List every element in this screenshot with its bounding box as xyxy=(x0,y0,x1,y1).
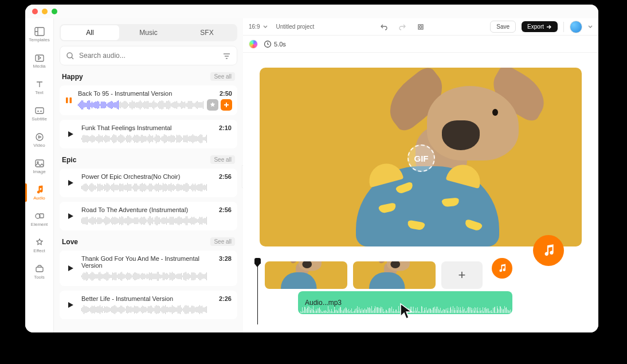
audio-track[interactable]: Better Life - Instrumental Version2:26 xyxy=(60,291,237,319)
sidebar-label: Audio xyxy=(33,195,45,201)
sidebar-label: Templates xyxy=(29,37,49,42)
filter-icon[interactable] xyxy=(222,52,231,60)
duration-control[interactable]: 5.0s xyxy=(264,40,286,48)
element-icon xyxy=(34,211,45,221)
add-clip-button[interactable]: + xyxy=(441,261,483,289)
sidebar-label: Media xyxy=(33,64,46,69)
sidebar: Templates Media Text Subtitle Video Imag… xyxy=(25,18,54,332)
app-window: Templates Media Text Subtitle Video Imag… xyxy=(25,5,598,332)
preview-image xyxy=(293,86,516,246)
waveform xyxy=(81,271,232,281)
sidebar-label: Text xyxy=(35,90,44,95)
sidebar-label: Video xyxy=(33,143,45,148)
top-toolbar: 16:9 Untitled project Save Export xyxy=(243,18,598,36)
sidebar-item-image[interactable]: Image xyxy=(25,154,54,179)
export-button[interactable]: Export xyxy=(522,21,558,32)
waveform xyxy=(81,134,232,144)
add-button[interactable] xyxy=(221,99,232,111)
svg-rect-12 xyxy=(418,25,423,29)
redo-button[interactable] xyxy=(396,21,409,33)
waveform xyxy=(81,304,232,315)
window-close-icon[interactable] xyxy=(32,9,38,14)
music-badge-icon xyxy=(533,235,564,266)
undo-button[interactable] xyxy=(378,21,390,33)
video-preview: GIF xyxy=(260,68,582,246)
tab-music[interactable]: Music xyxy=(119,25,178,40)
save-button[interactable]: Save xyxy=(490,21,516,33)
audio-track[interactable]: Road To The Adventure (Instrumental)2:56 xyxy=(60,202,237,230)
svg-rect-10 xyxy=(66,97,68,103)
track-title: Back To 95 - Instrumental Version xyxy=(78,90,172,97)
sidebar-item-text[interactable]: Text xyxy=(25,75,54,100)
video-icon xyxy=(34,132,45,142)
window-minimize-icon[interactable] xyxy=(42,9,48,14)
user-avatar[interactable] xyxy=(570,21,582,33)
tab-sfx[interactable]: SFX xyxy=(178,25,236,40)
track-title: Road To The Adventure (Instrumental) xyxy=(81,206,188,213)
track-duration: 2:10 xyxy=(219,124,232,131)
tools-icon xyxy=(34,264,45,274)
track-title: Funk That Feelings Instrumental xyxy=(81,124,172,131)
canvas-area: 16:9 Untitled project Save Export xyxy=(243,18,598,332)
play-button[interactable] xyxy=(65,263,76,273)
play-button[interactable] xyxy=(65,211,76,221)
svg-rect-2 xyxy=(36,108,44,113)
audio-track[interactable]: Power Of Epic Orchestra(No Choir)2:56 xyxy=(60,169,237,197)
image-icon xyxy=(34,158,45,169)
favorite-button[interactable] xyxy=(207,99,218,111)
track-duration: 2:50 xyxy=(220,90,232,97)
sidebar-item-templates[interactable]: Templates xyxy=(25,22,54,47)
panel-collapse-button[interactable] xyxy=(242,165,243,188)
play-button[interactable] xyxy=(65,129,76,139)
category-title: Love xyxy=(62,238,78,246)
audio-track[interactable]: Funk That Feelings Instrumental2:10 xyxy=(60,120,237,148)
video-clip[interactable] xyxy=(353,261,436,289)
project-title[interactable]: Untitled project xyxy=(276,24,314,30)
color-swatch[interactable] xyxy=(249,40,258,49)
see-all-button[interactable]: See all xyxy=(210,237,235,246)
waveform xyxy=(81,182,232,193)
sidebar-item-subtitle[interactable]: Subtitle xyxy=(25,101,54,126)
see-all-button[interactable]: See all xyxy=(210,155,235,164)
pause-button[interactable] xyxy=(65,95,72,105)
video-clip[interactable] xyxy=(265,261,347,289)
play-button[interactable] xyxy=(65,178,76,188)
svg-point-3 xyxy=(36,134,43,140)
context-toolbar: 5.0s xyxy=(243,36,598,53)
playhead[interactable] xyxy=(257,259,258,324)
templates-icon xyxy=(34,26,45,37)
sidebar-item-effect[interactable]: Effect xyxy=(25,233,54,258)
audio-panel: All Music SFX Happy See all Back To 95 -… xyxy=(54,18,243,332)
svg-rect-1 xyxy=(36,55,44,61)
category-header-epic: Epic See all xyxy=(60,153,237,164)
svg-point-13 xyxy=(420,26,422,28)
titlebar xyxy=(25,5,598,18)
chevron-down-icon[interactable] xyxy=(588,25,593,29)
svg-rect-8 xyxy=(36,267,43,272)
window-zoom-icon[interactable] xyxy=(52,9,57,14)
category-header-happy: Happy See all xyxy=(60,70,237,81)
track-duration: 2:56 xyxy=(219,206,232,213)
sidebar-item-element[interactable]: Element xyxy=(25,206,54,232)
track-duration: 3:28 xyxy=(219,255,232,269)
aspect-ratio-selector[interactable]: 16:9 xyxy=(249,24,260,30)
timeline[interactable]: + Audio...mp3 xyxy=(243,258,598,332)
audio-icon xyxy=(34,185,45,195)
sidebar-item-tools[interactable]: Tools xyxy=(25,259,54,284)
sidebar-item-audio[interactable]: Audio xyxy=(25,180,54,205)
search-bar[interactable] xyxy=(60,46,237,65)
audio-track[interactable]: Back To 95 - Instrumental Version2:50 xyxy=(60,85,237,115)
sidebar-item-video[interactable]: Video xyxy=(25,127,54,152)
sidebar-item-media[interactable]: Media xyxy=(25,48,54,73)
svg-point-9 xyxy=(67,53,72,58)
search-icon xyxy=(66,52,75,60)
audio-track[interactable]: Thank God For You And Me - Instrumental … xyxy=(60,251,237,286)
see-all-button[interactable]: See all xyxy=(210,72,235,81)
search-input[interactable] xyxy=(79,52,218,60)
tab-all[interactable]: All xyxy=(61,25,119,40)
crop-button[interactable] xyxy=(414,21,427,33)
preview-canvas[interactable]: GIF xyxy=(243,53,598,258)
duration-value: 5.0s xyxy=(274,41,286,48)
sidebar-label: Tools xyxy=(34,275,45,280)
play-button[interactable] xyxy=(65,300,76,310)
